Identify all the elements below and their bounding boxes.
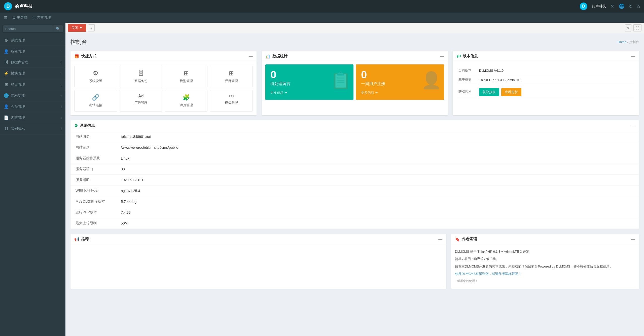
globe-icon[interactable]: 🌐 bbox=[619, 4, 624, 9]
search-button[interactable]: 🔍 bbox=[53, 25, 63, 32]
author-note-body: DLMCMS 基于 ThinkPHP 6.1.3 + AdminLTE-3 开发… bbox=[451, 245, 639, 289]
author-note-card: 🔖 作者寄语 — DLMCMS 基于 ThinkPHP 6.1.3 + Admi… bbox=[451, 234, 639, 289]
version-table: 当前版本 DLMCMS V6.1.9 基于框架 ThinkPHP 6.1.3 +… bbox=[457, 66, 635, 99]
ip-value: 192.168.2.101 bbox=[116, 175, 639, 185]
close-icon[interactable]: ✕ bbox=[611, 4, 614, 9]
sidebar-item-site[interactable]: 🌐 网站功能 ‹ bbox=[0, 90, 65, 101]
os-value: Linux bbox=[116, 153, 639, 164]
dir-value: /www/wwwroot/diluma/tp6cms/public bbox=[116, 142, 639, 153]
backup-icon: 🗄 bbox=[138, 70, 144, 77]
quick-ad-mgmt[interactable]: Ad 广告管理 bbox=[120, 90, 162, 111]
quick-friend-links[interactable]: 🔗 友情链接 bbox=[74, 90, 117, 111]
expand-tabs-button[interactable]: » bbox=[625, 24, 631, 31]
clipboard-bg-icon: 📋 bbox=[331, 71, 351, 90]
content-icon: 📄 bbox=[4, 115, 9, 120]
web-env-label: WEB运行环境 bbox=[70, 185, 116, 196]
author-note-header: 🔖 作者寄语 — bbox=[451, 234, 639, 245]
sidebar-item-permission[interactable]: 👤 权限管理 ‹ bbox=[0, 46, 65, 57]
quick-fragment-mgmt[interactable]: 🧩 碎片管理 bbox=[165, 90, 208, 111]
quick-template-mgmt[interactable]: </> 模板管理 bbox=[210, 90, 253, 111]
megaphone-icon: 📢 bbox=[74, 237, 79, 242]
author-line-1: DLMCMS 基于 ThinkPHP 6.1.3 + AdminLTE-3 开发 bbox=[455, 249, 635, 254]
mysql-value: 5.7.44-log bbox=[116, 196, 639, 207]
author-tea-link[interactable]: 如果DLMCMS有帮到您，就请作者喝杯茶吧！ bbox=[455, 272, 521, 276]
sidebar-item-column[interactable]: ⊞ 栏目管理 ‹ bbox=[0, 79, 65, 90]
collapse-version-button[interactable]: — bbox=[631, 54, 635, 59]
author-warning: 请尊重DLMCMS开发者的劳动成果，未授权前请保留前台Powered by DL… bbox=[455, 264, 635, 269]
nav-bar: ☰ ⚙ 主导航 ⊞ 内容管理 bbox=[0, 13, 644, 23]
refresh-icon[interactable]: ↻ bbox=[629, 4, 633, 9]
pending-messages-stat[interactable]: 0 待处理留言 更多信息 ➜ 📋 bbox=[265, 64, 353, 100]
code-icon: </> bbox=[229, 94, 234, 98]
home-icon[interactable]: ⌂ bbox=[637, 4, 640, 9]
sidebar-search-area: 🔍 bbox=[0, 23, 65, 35]
sidebar-item-module[interactable]: ⚡ 模块管理 ‹ bbox=[0, 68, 65, 79]
get-license-button[interactable]: 获取授权 bbox=[479, 88, 499, 96]
table-row: 获取授权 获取授权 查看更新 bbox=[457, 85, 635, 98]
sidebar-item-member[interactable]: 👤 会员管理 ‹ bbox=[0, 101, 65, 112]
user-icon: 👤 bbox=[4, 49, 9, 54]
close-tab-button[interactable]: 关闭 ▼ bbox=[68, 24, 86, 32]
chevron-right-icon: ‹ bbox=[61, 127, 62, 130]
table-row: WEB运行环境 nginx/1.25.4 bbox=[70, 185, 639, 196]
main-nav-item[interactable]: ⚙ 主导航 bbox=[12, 15, 27, 20]
database-icon: 🗄 bbox=[4, 60, 9, 65]
sysinfo-icon: ⚙ bbox=[74, 123, 78, 128]
system-info-card: ⚙ 系统信息 — 网站域名 tp6cms.848981.net 网站目录 /ww… bbox=[70, 120, 639, 229]
weekly-users-stat[interactable]: 0 一周用户注册 更多信息 ➜ 👤 bbox=[356, 64, 444, 100]
chevron-right-icon: ‹ bbox=[61, 61, 62, 64]
version-info-header: 🏷 版本信息 — bbox=[453, 51, 639, 62]
sidebar-item-demo[interactable]: 🖥 实例演示 ‹ bbox=[0, 123, 65, 134]
content-mgmt-nav-item[interactable]: ⊞ 内容管理 bbox=[32, 15, 51, 20]
version-value: DLMCMS V6.1.9 bbox=[478, 66, 635, 75]
breadcrumb-current: 控制台 bbox=[629, 40, 639, 44]
check-update-button[interactable]: 查看更新 bbox=[501, 88, 521, 96]
content-area: 关闭 ▼ « » ⛶ 控制台 Home / 控制台 bbox=[65, 23, 644, 336]
gear-icon: ⚙ bbox=[12, 16, 16, 20]
collapse-quick-access-button[interactable]: — bbox=[249, 54, 253, 59]
fullscreen-button[interactable]: ⛶ bbox=[633, 24, 641, 31]
logo-icon: D bbox=[4, 2, 12, 10]
search-input[interactable] bbox=[3, 25, 53, 32]
sidebar-item-database[interactable]: 🗄 数据库管理 ‹ bbox=[0, 57, 65, 68]
system-info-header: ⚙ 系统信息 — bbox=[70, 120, 639, 131]
quick-system-settings[interactable]: ⚙ 系统设置 bbox=[74, 66, 117, 87]
table-row: 运行PHP版本 7.4.33 bbox=[70, 207, 639, 218]
version-info-body: 当前版本 DLMCMS V6.1.9 基于框架 ThinkPHP 6.1.3 +… bbox=[453, 62, 639, 103]
breadcrumb-home-link[interactable]: Home bbox=[618, 40, 626, 44]
quick-data-backup[interactable]: 🗄 数据备份 bbox=[120, 66, 162, 87]
settings-icon: ⚙ bbox=[93, 70, 98, 77]
data-stats-header: 📊 数据统计 — bbox=[262, 51, 448, 62]
tab-bar: 关闭 ▼ « » ⛶ bbox=[65, 23, 644, 33]
stats-container: 0 待处理留言 更多信息 ➜ 📋 0 一周用户注册 更多信息 ➜ 👤 bbox=[265, 64, 444, 100]
os-label: 服务器操作系统 bbox=[70, 153, 116, 164]
collapse-recommend-button[interactable]: — bbox=[438, 237, 442, 242]
collapse-author-button[interactable]: — bbox=[631, 237, 635, 242]
quick-column-mgmt[interactable]: ⊞ 栏目管理 bbox=[210, 66, 253, 87]
collapse-tabs-button[interactable]: « bbox=[88, 24, 95, 31]
upload-label: 最大上传限制 bbox=[70, 218, 116, 229]
ad-icon: Ad bbox=[138, 94, 144, 98]
gift-icon: 🎁 bbox=[74, 54, 79, 59]
top-header: D 的卢科技 D 的卢科技 ✕ 🌐 ↻ ⌂ bbox=[0, 0, 644, 13]
quick-model-mgmt[interactable]: ⊞ 模型管理 bbox=[165, 66, 208, 87]
chart-icon: 📊 bbox=[265, 54, 270, 59]
hamburger-btn[interactable]: ☰ bbox=[4, 16, 7, 20]
sidebar-item-content[interactable]: 📄 内容管理 ‹ bbox=[0, 112, 65, 123]
bottom-cards-row: 📢 推荐 — 🔖 作者寄语 — bbox=[70, 234, 639, 289]
sidebar-item-system[interactable]: ⚙ 系统管理 ‹ bbox=[0, 35, 65, 46]
chevron-right-icon: ‹ bbox=[61, 116, 62, 120]
version-label: 当前版本 bbox=[457, 66, 477, 75]
collapse-sysinfo-button[interactable]: — bbox=[631, 124, 635, 128]
quick-access-body: ⚙ 系统设置 🗄 数据备份 ⊞ 模型管理 bbox=[70, 62, 257, 115]
collapse-stats-button[interactable]: — bbox=[440, 54, 444, 59]
php-value: 7.4.33 bbox=[116, 207, 639, 218]
author-line-2: 简单 / 易用 / 响应式 / 低门槛。 bbox=[455, 256, 635, 262]
grid-icon: ⊞ bbox=[32, 16, 35, 20]
bookmark-icon: 🔖 bbox=[455, 237, 460, 242]
bolt-icon: ⚡ bbox=[4, 71, 9, 76]
domain-label: 网站域名 bbox=[70, 131, 116, 142]
header-brand-name: 的卢科技 bbox=[592, 4, 606, 9]
chevron-right-icon: ‹ bbox=[61, 83, 62, 86]
upload-value: 50M bbox=[116, 218, 639, 229]
